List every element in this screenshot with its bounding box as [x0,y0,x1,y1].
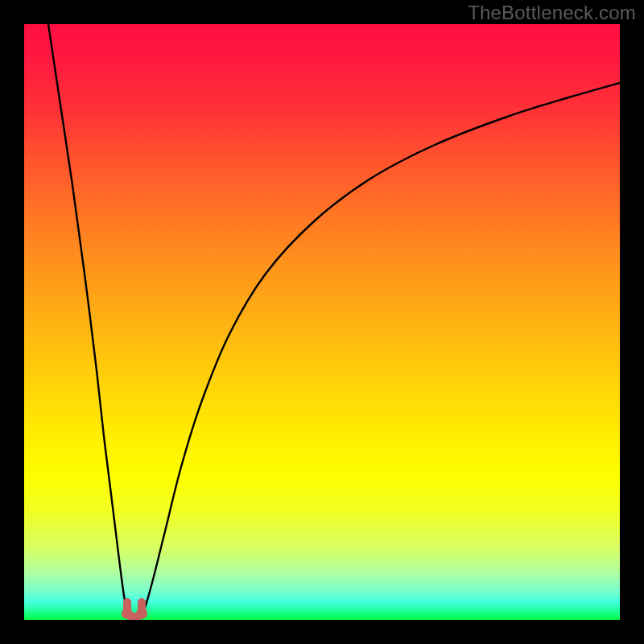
curve-right-branch [140,83,620,618]
curve-left-branch [48,24,130,618]
watermark-text: TheBottleneck.com [468,2,636,24]
chart-frame: TheBottleneck.com [0,0,644,644]
curve-layer [24,24,620,620]
cusp-marker-right [136,608,147,619]
plot-area [24,24,620,620]
